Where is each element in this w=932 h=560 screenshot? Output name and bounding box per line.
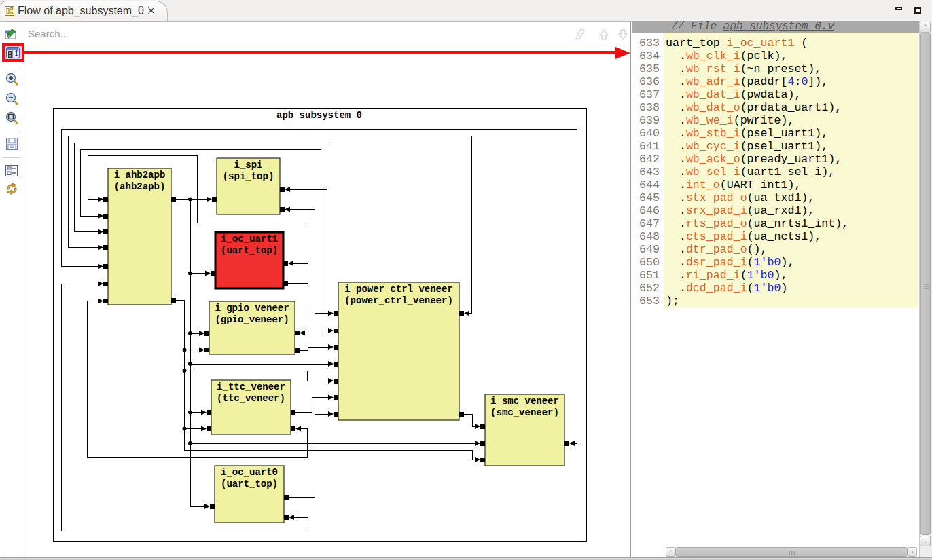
svg-text:(uart_top): (uart_top): [221, 479, 278, 489]
svg-text:i_oc_uart1: i_oc_uart1: [221, 234, 278, 244]
svg-text:(ttc_veneer): (ttc_veneer): [217, 393, 285, 404]
svg-text:(smc_veneer): (smc_veneer): [490, 407, 559, 418]
svg-text:(gpio_veneer): (gpio_veneer): [215, 314, 289, 325]
svg-text:i_spi: i_spi: [234, 160, 262, 170]
svg-text:i_ttc_veneer: i_ttc_veneer: [217, 381, 285, 392]
svg-text:i_ahb2apb: i_ahb2apb: [114, 170, 166, 181]
svg-text:(spi_top): (spi_top): [223, 171, 274, 182]
svg-text:(power_ctrl_veneer): (power_ctrl_veneer): [344, 295, 453, 306]
svg-text:apb_subsystem_0: apb_subsystem_0: [276, 110, 362, 121]
svg-text:i_smc_veneer: i_smc_veneer: [490, 396, 559, 407]
svg-text:i_oc_uart0: i_oc_uart0: [221, 467, 278, 478]
svg-text:i_gpio_veneer: i_gpio_veneer: [215, 303, 289, 314]
svg-text:(ahb2apb): (ahb2apb): [114, 181, 166, 192]
svg-text:(uart_top): (uart_top): [221, 245, 278, 256]
svg-text:i_power_ctrl_veneer: i_power_ctrl_veneer: [344, 284, 453, 295]
